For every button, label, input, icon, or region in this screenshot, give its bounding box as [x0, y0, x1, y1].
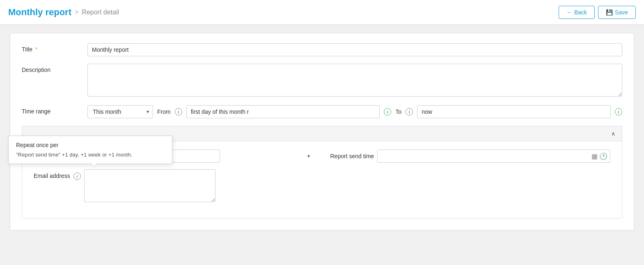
from-input[interactable]: [186, 105, 380, 118]
tooltip-description: "Report send time" +1 day, +1 week or +1…: [16, 152, 165, 158]
collapse-icon: ∧: [611, 130, 615, 137]
time-range-select-wrapper: This month Last month This week Custom ▾: [87, 105, 153, 118]
email-info-icon: i: [73, 173, 81, 180]
clock-icon[interactable]: 🕐: [599, 152, 607, 160]
to-label: To: [395, 108, 401, 115]
tooltip-popup: Repeat once per "Report send time" +1 da…: [8, 136, 172, 164]
page-title: Monthly report: [8, 7, 71, 18]
email-textarea[interactable]: [84, 169, 215, 202]
page-header: Monthly report > Report detail ← Back 💾 …: [0, 0, 644, 25]
tooltip-arrow: [91, 164, 97, 168]
save-icon: 💾: [606, 9, 613, 16]
time-range-controls: This month Last month This week Custom ▾…: [87, 105, 622, 118]
from-label: From: [157, 108, 171, 115]
calendar-icon[interactable]: ▦: [591, 152, 598, 160]
repeat-chevron-icon: ▾: [307, 153, 310, 159]
title-label: Title *: [22, 43, 87, 53]
back-label: Back: [574, 9, 587, 16]
description-row: Description: [22, 64, 622, 98]
description-input[interactable]: [87, 64, 622, 97]
back-button[interactable]: ← Back: [559, 6, 595, 19]
title-row: Title *: [22, 43, 622, 56]
breadcrumb-separator: >: [75, 9, 78, 16]
email-row: Email address i: [34, 169, 610, 203]
breadcrumb: Monthly report > Report detail: [8, 7, 119, 18]
time-range-select[interactable]: This month Last month This week Custom: [87, 105, 153, 118]
time-range-row: Time range This month Last month This we…: [22, 105, 622, 118]
title-required: *: [35, 46, 37, 53]
save-label: Save: [615, 9, 628, 16]
report-send-time-field: Report send time ▦ 🕐: [330, 150, 611, 163]
email-label: Email address: [34, 169, 70, 179]
email-field: Email address i: [34, 169, 610, 203]
from-info-icon: i: [175, 108, 182, 115]
save-button[interactable]: 💾 Save: [598, 6, 636, 19]
description-label: Description: [22, 64, 87, 73]
tooltip-title: Repeat once per: [16, 142, 165, 148]
to-value-info-icon: i: [615, 108, 622, 115]
time-range-label: Time range: [22, 105, 87, 115]
datetime-icons: ▦ 🕐: [591, 152, 610, 160]
report-send-time-container: ▦ 🕐: [377, 150, 610, 163]
from-value-info-icon: i: [384, 108, 391, 115]
main-content: Title * Description Time range This mont…: [0, 25, 644, 239]
to-info-icon: i: [406, 108, 413, 115]
report-send-time-input[interactable]: [378, 150, 591, 162]
report-send-time-label: Report send time: [330, 153, 374, 159]
breadcrumb-subtitle: Report detail: [82, 9, 119, 16]
title-field-container: [87, 43, 622, 56]
title-input[interactable]: [87, 43, 622, 56]
to-input[interactable]: [417, 105, 611, 118]
back-icon: ←: [566, 9, 572, 16]
email-control: [84, 169, 610, 203]
header-actions: ← Back 💾 Save: [559, 6, 636, 19]
form-card: Title * Description Time range This mont…: [10, 33, 634, 230]
description-field-container: [87, 64, 622, 98]
